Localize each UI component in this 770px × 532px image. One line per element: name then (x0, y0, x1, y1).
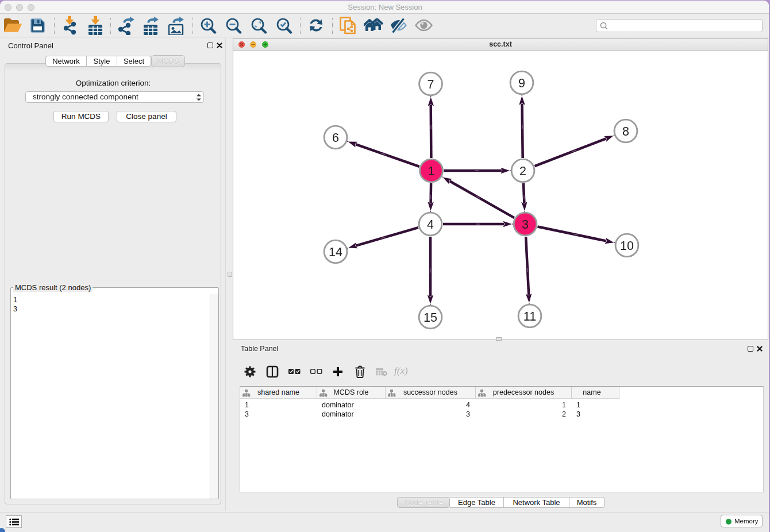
svg-text:4: 4 (427, 218, 434, 232)
svg-text:2: 2 (519, 164, 526, 178)
svg-text:7: 7 (428, 78, 434, 91)
svg-text:3: 3 (522, 218, 529, 232)
svg-text:11: 11 (523, 310, 536, 323)
svg-text:9: 9 (518, 76, 525, 90)
svg-text:1: 1 (428, 164, 435, 178)
svg-text:15: 15 (424, 311, 437, 325)
svg-text:10: 10 (620, 239, 634, 253)
svg-text:14: 14 (329, 245, 342, 259)
svg-text:6: 6 (332, 131, 339, 145)
svg-text:8: 8 (622, 125, 629, 138)
